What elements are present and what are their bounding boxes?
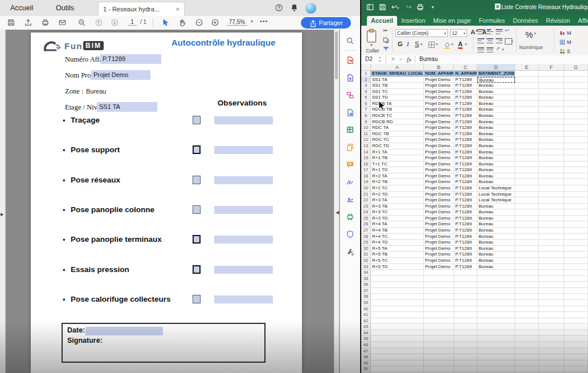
cell[interactable] bbox=[371, 318, 424, 325]
zoom-in-icon[interactable] bbox=[211, 18, 220, 27]
hand-tool-icon[interactable] bbox=[178, 18, 187, 27]
cell[interactable] bbox=[515, 270, 539, 276]
previous-page-icon[interactable] bbox=[95, 18, 104, 27]
cell[interactable] bbox=[539, 264, 564, 270]
observation-field[interactable] bbox=[214, 206, 273, 214]
redo-icon[interactable]: ↪ bbox=[405, 3, 413, 11]
cell[interactable] bbox=[515, 240, 539, 246]
cell[interactable] bbox=[564, 216, 588, 222]
cell[interactable] bbox=[564, 234, 588, 240]
align-top-button[interactable] bbox=[477, 29, 484, 34]
align-right-button[interactable] bbox=[496, 38, 503, 43]
cell[interactable] bbox=[539, 89, 564, 95]
customize-toolbar-icon[interactable]: ▾ bbox=[428, 3, 437, 11]
cell[interactable] bbox=[564, 209, 588, 216]
row-header-5[interactable]: 5 bbox=[361, 95, 371, 101]
cell[interactable]: P.T1289 bbox=[454, 143, 477, 149]
cell[interactable]: NOM_AFFAIRE bbox=[424, 71, 454, 77]
align-bottom-button[interactable] bbox=[496, 29, 503, 34]
zoom-caret-icon[interactable]: ▾ bbox=[251, 19, 253, 24]
row-header-42[interactable]: 42 bbox=[361, 318, 371, 325]
cell[interactable] bbox=[515, 83, 539, 89]
cell[interactable]: Projet Demo bbox=[424, 240, 454, 246]
cell[interactable] bbox=[564, 252, 588, 258]
cell[interactable] bbox=[477, 294, 515, 300]
cell[interactable]: Bureau bbox=[477, 209, 515, 216]
cell[interactable]: P.T1289 bbox=[454, 89, 477, 95]
row-header-40[interactable]: 40 bbox=[361, 306, 371, 313]
cell[interactable] bbox=[515, 161, 539, 168]
ribbon-tab-affichage[interactable]: Affichage bbox=[574, 16, 588, 26]
cell[interactable]: Projet Demo bbox=[424, 77, 454, 83]
bold-button[interactable]: G bbox=[398, 40, 403, 47]
row-header-24[interactable]: 24 bbox=[361, 209, 371, 216]
checkbox[interactable] bbox=[193, 145, 201, 154]
row-header-12[interactable]: 12 bbox=[361, 137, 371, 143]
cell[interactable]: Bureau bbox=[477, 161, 515, 168]
cell[interactable] bbox=[515, 209, 539, 216]
cell[interactable] bbox=[515, 119, 539, 125]
cell[interactable] bbox=[564, 143, 588, 149]
cell[interactable]: Bureau bbox=[477, 131, 515, 137]
cell[interactable]: Projet Demo bbox=[424, 101, 454, 107]
cell[interactable] bbox=[564, 360, 588, 367]
cell[interactable] bbox=[539, 258, 564, 264]
percent-caret-icon[interactable]: ▾ bbox=[534, 31, 536, 36]
cell[interactable]: R+2 TC bbox=[371, 185, 424, 192]
cell[interactable] bbox=[539, 131, 564, 137]
cell[interactable] bbox=[564, 197, 588, 204]
cell[interactable]: Projet Demo bbox=[424, 185, 454, 192]
protect-icon[interactable] bbox=[346, 230, 355, 239]
cell[interactable] bbox=[454, 360, 477, 367]
cell[interactable] bbox=[477, 300, 515, 306]
cell[interactable]: Bureau bbox=[477, 216, 515, 222]
more-tools-icon[interactable] bbox=[346, 248, 355, 257]
decrease-indent-button[interactable] bbox=[477, 47, 484, 52]
cell[interactable] bbox=[564, 185, 588, 192]
cell[interactable]: Bureau bbox=[477, 204, 515, 210]
checkbox[interactable] bbox=[193, 295, 201, 303]
cell[interactable]: Bureau bbox=[477, 143, 515, 149]
cell[interactable] bbox=[515, 336, 539, 342]
cell[interactable] bbox=[515, 276, 539, 282]
cell[interactable]: Projet Demo bbox=[424, 119, 454, 125]
cell[interactable] bbox=[539, 125, 564, 131]
cell[interactable] bbox=[539, 173, 564, 180]
cell[interactable] bbox=[477, 312, 515, 318]
cell[interactable] bbox=[371, 348, 424, 355]
cell[interactable]: Bureau bbox=[477, 221, 515, 228]
cell[interactable]: P.T1289 bbox=[454, 252, 477, 258]
cell[interactable] bbox=[454, 276, 477, 282]
cell[interactable]: Projet Demo bbox=[424, 209, 454, 216]
increase-indent-button[interactable] bbox=[487, 47, 493, 52]
percent-style-button[interactable]: % bbox=[525, 30, 533, 39]
row-header-16[interactable]: 16 bbox=[361, 161, 371, 168]
avatar[interactable] bbox=[305, 3, 316, 14]
cell[interactable] bbox=[515, 167, 539, 173]
cell[interactable]: R+3 TD bbox=[371, 216, 424, 222]
cell[interactable]: R+4 TC bbox=[371, 234, 424, 240]
cell[interactable]: P.T1289 bbox=[454, 125, 477, 131]
cell[interactable] bbox=[539, 179, 564, 185]
observation-field[interactable] bbox=[214, 146, 273, 154]
cell[interactable]: Bureau bbox=[477, 228, 515, 234]
cell[interactable] bbox=[454, 294, 477, 300]
cell[interactable]: P.T1289 bbox=[454, 83, 477, 89]
cell[interactable] bbox=[539, 204, 564, 210]
cell[interactable]: P.T1289 bbox=[454, 167, 477, 173]
cell[interactable]: BATIMENT_ZONE bbox=[477, 71, 515, 77]
cell[interactable] bbox=[564, 300, 588, 306]
notifications-bell-icon[interactable] bbox=[290, 3, 299, 13]
cell[interactable] bbox=[454, 366, 477, 372]
ribbon-tab-données[interactable]: Données bbox=[509, 16, 542, 26]
cell[interactable]: R+4 TB bbox=[371, 228, 424, 234]
cell[interactable] bbox=[477, 318, 515, 325]
cell[interactable] bbox=[515, 143, 539, 149]
row-header-47[interactable]: 47 bbox=[361, 348, 371, 355]
cell[interactable] bbox=[564, 306, 588, 313]
cell[interactable]: P.T1289 bbox=[454, 209, 477, 216]
ribbon-tab-accueil[interactable]: Accueil bbox=[367, 16, 397, 26]
row-header-7[interactable]: 7 bbox=[361, 107, 371, 113]
cell[interactable]: Projet Demo bbox=[424, 161, 454, 168]
cell[interactable] bbox=[539, 113, 564, 119]
